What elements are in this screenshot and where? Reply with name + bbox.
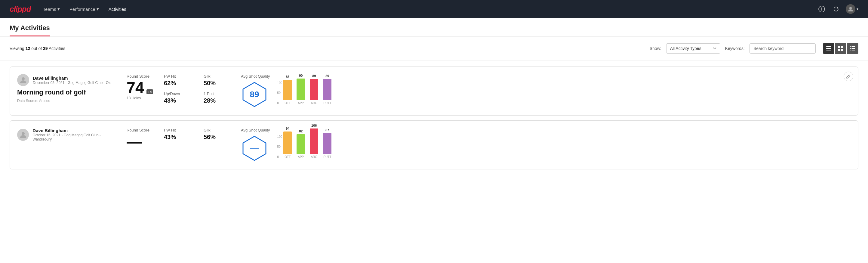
bar-value-label: 89 — [312, 74, 316, 78]
nav-activities[interactable]: Activities — [108, 7, 126, 12]
bar-chart: 94OTT82APP106ARG87PUTT — [283, 132, 332, 158]
avatar — [846, 4, 856, 14]
y-label-100: 100 — [277, 81, 282, 85]
fw-hit-label: FW Hit — [164, 128, 194, 133]
card-left-section: Dave Billingham October 16, 2021 - Gog M… — [17, 128, 119, 144]
svg-rect-5 — [826, 48, 831, 49]
bar-group: 89PUTT — [323, 74, 332, 105]
bar — [310, 128, 318, 154]
activity-card: Dave Billingham December 05, 2021 - Gog … — [10, 66, 858, 116]
user-date: December 05, 2021 - Gog Magog Golf Club … — [33, 81, 111, 85]
bar-value-label: 106 — [311, 124, 317, 127]
updown-value: 43% — [164, 97, 194, 104]
refresh-icon[interactable] — [831, 4, 841, 14]
gir-label: GIR — [204, 74, 234, 79]
list-detail-view-button[interactable] — [847, 43, 858, 54]
gir-value: 50% — [204, 80, 234, 87]
bar-value-label: 90 — [299, 74, 303, 77]
bar-axis-label: OTT — [284, 101, 290, 105]
svg-rect-4 — [826, 46, 831, 47]
user-row: Dave Billingham October 16, 2021 - Gog M… — [17, 128, 119, 141]
bar-value-label: 85 — [286, 75, 289, 79]
edit-button[interactable] — [844, 71, 853, 81]
gir-block: GIR 56% — [204, 128, 234, 141]
bar-axis-label: ARG — [311, 155, 317, 158]
fw-hit-value: 43% — [164, 134, 194, 141]
bar — [323, 133, 332, 154]
bar-value-label: 87 — [326, 128, 329, 132]
bar-group: 90APP — [297, 74, 305, 105]
page-content: My Activities Viewing 12 out of 29 Activ… — [0, 18, 868, 263]
chevron-down-icon: ▾ — [57, 6, 60, 12]
search-input[interactable] — [749, 43, 816, 54]
hexagon-container: — — [241, 135, 268, 162]
bar — [310, 79, 318, 100]
add-icon[interactable] — [817, 4, 827, 14]
bar — [283, 80, 292, 100]
round-score-value: — — [127, 134, 142, 149]
one-putt-block: 1 Putt 28% — [204, 91, 234, 104]
round-score-badge: +4 — [147, 89, 153, 94]
data-source: Data Source: Arccos — [17, 99, 119, 103]
bar-axis-label: APP — [298, 155, 304, 158]
round-score-block: Round Score — — [127, 128, 157, 149]
fw-hit-value: 62% — [164, 80, 194, 87]
bar-axis-label: PUTT — [323, 101, 331, 105]
round-score-block: Round Score 74 +4 18 Holes — [127, 74, 157, 100]
bar-value-label: 89 — [326, 74, 329, 78]
avatar — [17, 129, 29, 141]
svg-rect-16 — [852, 50, 855, 51]
bar-axis-label: PUTT — [323, 155, 331, 158]
grid-view-button[interactable] — [835, 43, 846, 54]
stats-pairs: FW Hit 62% GIR 50% Up/Down 43% 1 Putt — [164, 74, 234, 104]
updown-label: Up/Down — [164, 91, 194, 96]
header-left: clippd Teams ▾ Performance ▾ Activities — [10, 4, 126, 14]
svg-point-19 — [22, 132, 25, 135]
fw-hit-block: FW Hit 43% — [164, 128, 194, 141]
gir-value: 56% — [204, 134, 234, 141]
nav-teams[interactable]: Teams ▾ — [43, 6, 60, 12]
avg-shot-quality-section: Avg Shot Quality 89 100 50 — [241, 74, 332, 108]
round-score-label: Round Score — [127, 128, 157, 133]
stats-row-1: FW Hit 43% GIR 56% — [164, 128, 234, 141]
svg-rect-8 — [841, 46, 843, 48]
nav-performance[interactable]: Performance ▾ — [69, 6, 99, 12]
chevron-down-icon: ▾ — [97, 6, 99, 12]
svg-rect-7 — [838, 46, 840, 48]
viewing-text: Viewing 12 out of 29 Activities — [10, 46, 645, 51]
bar-chart-container: 100 50 0 85OTT90APP89ARG89PUTT — [277, 78, 332, 105]
page-title: My Activities — [10, 24, 50, 36]
svg-rect-15 — [850, 50, 851, 51]
bar-chart: 85OTT90APP89ARG89PUTT — [283, 78, 332, 105]
round-score-value: 74 — [127, 80, 144, 95]
stats-pairs: FW Hit 43% GIR 56% — [164, 128, 234, 141]
one-putt-label: 1 Putt — [204, 91, 234, 96]
activity-title: Morning round of golf — [17, 88, 119, 96]
bar — [297, 79, 305, 100]
bar-group: 94OTT — [283, 127, 292, 158]
round-score-label: Round Score — [127, 74, 157, 79]
one-putt-value: 28% — [204, 97, 234, 104]
bar-value-label: 94 — [286, 127, 289, 130]
bar — [283, 132, 292, 154]
bar-group: 89ARG — [310, 74, 318, 105]
svg-point-3 — [849, 7, 852, 9]
user-avatar-button[interactable]: ▾ — [846, 4, 858, 14]
stats-row-1: FW Hit 62% GIR 50% — [164, 74, 234, 87]
activity-card: Dave Billingham October 16, 2021 - Gog M… — [10, 120, 858, 169]
bar-axis-label: OTT — [284, 155, 290, 158]
list-compact-view-button[interactable] — [823, 43, 834, 54]
user-info: Dave Billingham October 16, 2021 - Gog M… — [32, 128, 119, 141]
fw-hit-label: FW Hit — [164, 74, 194, 79]
activity-type-select[interactable]: All Activity Types Rounds Practice — [666, 43, 720, 54]
header-right: ▾ — [817, 4, 858, 14]
hexagon-container: 89 — [241, 81, 268, 108]
logo[interactable]: clippd — [10, 4, 31, 14]
round-score-holes: 18 Holes — [127, 96, 157, 100]
user-name: Dave Billingham — [33, 76, 111, 81]
bar — [323, 79, 332, 100]
svg-rect-11 — [850, 46, 851, 47]
stats-row-2: Up/Down 43% 1 Putt 28% — [164, 91, 234, 104]
svg-rect-6 — [826, 50, 831, 51]
user-info: Dave Billingham December 05, 2021 - Gog … — [33, 76, 111, 85]
